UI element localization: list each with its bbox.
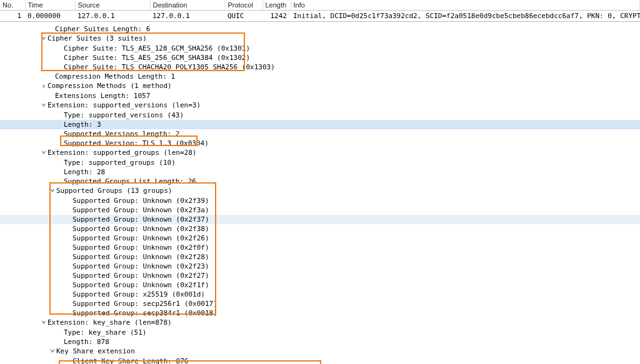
cell-destination: 127.0.0.1	[150, 11, 225, 22]
field-cipher-suites[interactable]: Cipher Suites (3 suites)	[48, 34, 147, 42]
packet-list-table: No. Time Source Destination Protocol Len…	[0, 0, 640, 21]
cell-source: 127.0.0.1	[75, 11, 150, 22]
field-ks-type[interactable]: Type: key_share (51)	[64, 328, 146, 337]
field-extension-key-share[interactable]: Extension: key_share (len=878)	[48, 318, 172, 327]
packet-list-header: No. Time Source Destination Protocol Len…	[0, 0, 640, 11]
col-header-no[interactable]: No.	[0, 0, 25, 11]
col-header-source[interactable]: Source	[75, 0, 150, 11]
field-extension-supported-versions[interactable]: Extension: supported_versions (len=3)	[48, 101, 201, 109]
cell-protocol: QUIC	[225, 11, 262, 22]
field-supported-group[interactable]: Supported Group: secp256r1 (0x0017)	[72, 300, 218, 308]
field-client-key-share-length[interactable]: Client Key Share Length: 876	[72, 357, 188, 364]
field-sg-length[interactable]: Length: 28	[64, 168, 105, 176]
field-cipher-suite[interactable]: Cipher Suite: TLS_AES_256_GCM_SHA384 (0x…	[64, 54, 250, 62]
field-ks-length[interactable]: Length: 878	[64, 338, 109, 346]
expand-toggle[interactable]	[40, 81, 48, 91]
field-cipher-suite[interactable]: Cipher Suite: TLS_CHACHA20_POLY1305_SHA2…	[64, 63, 275, 71]
expand-toggle[interactable]	[40, 318, 48, 328]
field-supported-group[interactable]: Supported Group: Unknown (0x2f0f)	[72, 243, 209, 252]
expand-toggle[interactable]	[40, 34, 48, 44]
expand-toggle[interactable]	[49, 186, 56, 196]
field-supported-group[interactable]: Supported Group: secp384r1 (0x0018)	[72, 309, 218, 317]
expand-toggle[interactable]	[49, 347, 56, 357]
field-sg-list-length[interactable]: Supported Groups List Length: 26	[64, 177, 196, 185]
field-cipher-suites-length[interactable]: Cipher Suites Length: 6	[55, 25, 150, 33]
field-supported-group[interactable]: Supported Group: Unknown (0x2f3a)	[72, 206, 209, 214]
field-supported-group[interactable]: Supported Group: Unknown (0x2f27)	[72, 272, 209, 280]
field-supported-group[interactable]: Supported Group: Unknown (0x2f26)	[72, 234, 209, 242]
cell-info: Initial, DCID=0d25c1f73a392cd2, SCID=f2a…	[291, 11, 640, 22]
field-key-share-extension[interactable]: Key Share extension	[56, 347, 135, 355]
field-supported-group[interactable]: Supported Group: Unknown (0x2f39)	[72, 197, 209, 205]
expand-toggle[interactable]	[40, 148, 48, 158]
field-sv-length[interactable]: Length: 3	[64, 121, 101, 129]
packet-row-1[interactable]: 1 0.000000 127.0.0.1 127.0.0.1 QUIC 1242…	[0, 11, 640, 22]
field-sv-list-length[interactable]: Supported Versions length: 2	[64, 130, 179, 138]
field-supported-group[interactable]: Supported Group: Unknown (0x2f37)	[72, 215, 209, 224]
field-sv-type[interactable]: Type: supported_versions (43)	[64, 111, 184, 119]
col-header-length[interactable]: Length	[262, 0, 291, 11]
field-sv-tls13[interactable]: Supported Version: TLS 1.3 (0x0304)	[64, 139, 209, 147]
col-header-protocol[interactable]: Protocol	[225, 0, 262, 11]
cell-length: 1242	[262, 11, 291, 22]
field-supported-group[interactable]: Supported Group: Unknown (0x2f38)	[72, 225, 209, 233]
expand-toggle[interactable]	[40, 101, 48, 111]
field-extension-supported-groups[interactable]: Extension: supported_groups (len=28)	[48, 149, 196, 157]
col-header-time[interactable]: Time	[25, 0, 75, 11]
field-cipher-suite[interactable]: Cipher Suite: TLS_AES_128_GCM_SHA256 (0x…	[64, 44, 250, 52]
field-supported-group[interactable]: Supported Group: Unknown (0x2f23)	[72, 262, 209, 270]
cell-time: 0.000000	[25, 11, 75, 22]
field-compression-methods-length[interactable]: Compression Methods Length: 1	[55, 72, 175, 81]
cell-no: 1	[0, 11, 25, 22]
field-supported-groups[interactable]: Supported Groups (13 groups)	[56, 187, 172, 195]
col-header-info[interactable]: Info	[291, 0, 640, 11]
field-sg-type[interactable]: Type: supported_groups (10)	[64, 159, 176, 167]
field-compression-methods[interactable]: Compression Methods (1 method)	[48, 82, 172, 90]
packet-details-tree[interactable]: Cipher Suites Length: 6 Cipher Suites (3…	[0, 22, 640, 364]
field-extensions-length[interactable]: Extensions Length: 1057	[55, 92, 150, 100]
field-supported-group[interactable]: Supported Group: Unknown (0x2f28)	[72, 253, 209, 261]
field-supported-group[interactable]: Supported Group: x25519 (0x001d)	[72, 290, 205, 298]
field-supported-group[interactable]: Supported Group: Unknown (0x2f1f)	[72, 281, 209, 289]
col-header-destination[interactable]: Destination	[150, 0, 225, 11]
